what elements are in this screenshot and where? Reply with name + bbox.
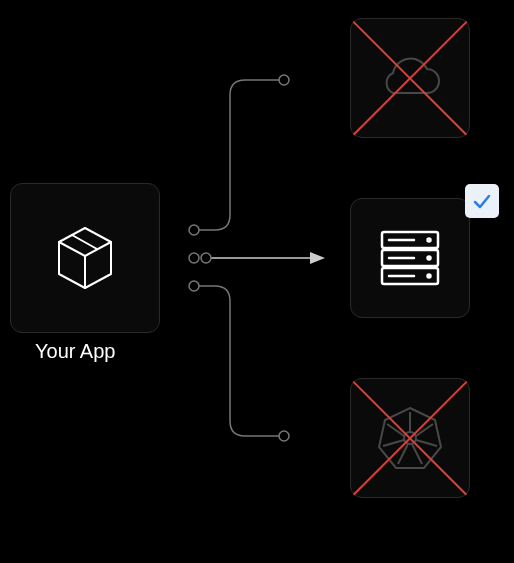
svg-line-22 — [412, 444, 422, 464]
package-icon — [49, 222, 121, 294]
svg-point-2 — [189, 225, 199, 235]
svg-point-12 — [428, 239, 431, 242]
source-label: Your App — [35, 340, 115, 363]
svg-line-20 — [416, 424, 433, 436]
kubernetes-icon — [374, 402, 446, 474]
target-cloud-node — [350, 18, 470, 138]
cloud-icon — [375, 53, 445, 103]
svg-point-4 — [189, 253, 199, 263]
svg-point-18 — [404, 432, 416, 444]
svg-point-6 — [189, 281, 199, 291]
svg-point-14 — [428, 257, 431, 260]
svg-point-5 — [201, 253, 211, 263]
check-icon — [471, 190, 493, 212]
svg-point-7 — [279, 431, 289, 441]
svg-point-16 — [428, 275, 431, 278]
svg-point-3 — [279, 75, 289, 85]
server-rack-icon — [374, 222, 446, 294]
svg-marker-1 — [310, 252, 325, 264]
target-server-node — [350, 198, 470, 318]
target-kubernetes-node — [350, 378, 470, 498]
svg-line-23 — [398, 444, 408, 464]
selected-check-badge — [465, 184, 499, 218]
svg-line-24 — [383, 440, 404, 446]
source-app-node — [10, 183, 160, 333]
svg-line-25 — [387, 424, 404, 436]
svg-line-21 — [416, 440, 437, 446]
